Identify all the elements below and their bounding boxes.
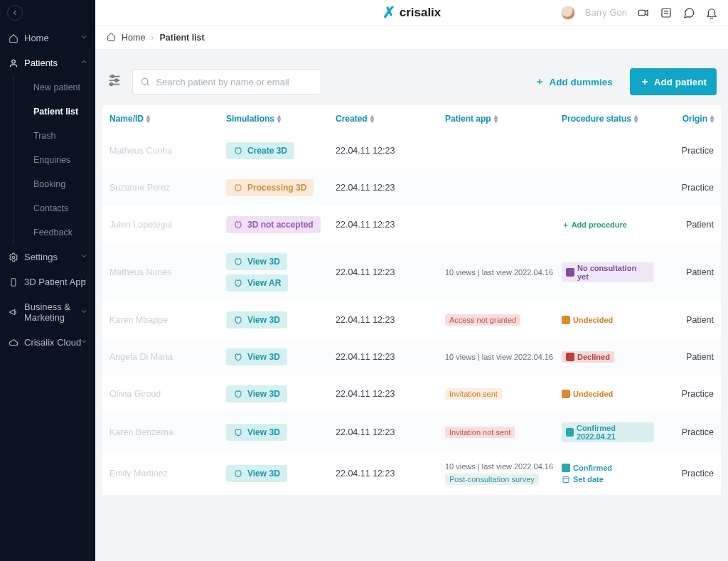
- nav-3d-app-label: 3D Patient App: [24, 277, 86, 287]
- svg-point-1: [12, 256, 15, 259]
- app-cell: 10 views | last view 2022.04.16: [445, 353, 559, 361]
- svg-point-13: [141, 78, 147, 84]
- table-row[interactable]: Suzanne PerezProcessing 3D22.04.11 12:23…: [102, 169, 721, 206]
- nav-business[interactable]: Business & Marketing: [0, 294, 95, 330]
- sim-pill[interactable]: View 3D: [226, 385, 287, 402]
- table-row[interactable]: Karen MbappeView 3D22.04.11 12:23Access …: [102, 301, 721, 338]
- sort-icon: ▴▾: [634, 114, 638, 123]
- sim-pill[interactable]: View 3D: [226, 424, 287, 441]
- nav-cloud[interactable]: Crisalix Cloud: [0, 330, 95, 355]
- home-icon: [9, 33, 18, 43]
- patient-name[interactable]: Matheus Nunes: [109, 267, 223, 277]
- patient-name[interactable]: Olivia Giroud: [109, 389, 223, 399]
- nav-patients-label: Patients: [24, 58, 58, 68]
- filter-button[interactable]: [107, 73, 122, 91]
- col-name[interactable]: Name/ID▴▾: [109, 114, 223, 124]
- nav-settings-label: Settings: [24, 252, 58, 262]
- patient-name[interactable]: Emily Martinez: [109, 469, 223, 479]
- patient-name[interactable]: Julen Lopetegui: [109, 220, 223, 230]
- home-icon: [107, 32, 116, 43]
- news-icon[interactable]: [660, 6, 673, 19]
- plus-icon: ＋: [640, 75, 650, 88]
- table-header: Name/ID▴▾ Simulations▴▾ Created▴▾ Patien…: [102, 105, 721, 132]
- add-patient-button[interactable]: ＋ Add patient: [630, 68, 717, 95]
- sim-pill[interactable]: View 3D: [226, 311, 287, 328]
- sim-pill[interactable]: View 3D: [226, 253, 287, 270]
- table-row[interactable]: Matheus NunesView 3DView AR22.04.11 12:2…: [102, 243, 721, 301]
- sub-booking[interactable]: Booking: [29, 172, 95, 196]
- chat-icon[interactable]: [682, 6, 695, 19]
- sub-enquiries[interactable]: Enquiries: [29, 148, 95, 172]
- table-row[interactable]: Karen BenzemaView 3D22.04.11 12:23Invita…: [102, 412, 721, 452]
- col-patient-app[interactable]: Patient app▴▾: [445, 114, 559, 124]
- user-name[interactable]: Barry Gon: [585, 7, 627, 18]
- add-dummies-label: Add dummies: [549, 77, 612, 87]
- set-date-link[interactable]: Set date: [562, 475, 604, 483]
- sort-icon: ▴▾: [277, 114, 281, 123]
- created-cell: 22.04.11 12:23: [336, 220, 442, 230]
- origin-cell: Practice: [657, 469, 714, 479]
- sim-cell: 3D not accepted: [226, 216, 333, 233]
- table-row[interactable]: Olivia GiroudView 3D22.04.11 12:23Invita…: [102, 375, 721, 412]
- sub-contacts[interactable]: Contacts: [29, 196, 95, 220]
- views-text: 10 views | last view 2022.04.16: [445, 268, 553, 277]
- patient-name[interactable]: Karen Benzema: [109, 427, 223, 437]
- search-box[interactable]: [132, 69, 321, 95]
- patient-name[interactable]: Suzanne Perez: [109, 183, 223, 193]
- nav-3d-app[interactable]: 3D Patient App: [0, 269, 95, 294]
- nav-cloud-label: Crisalix Cloud: [24, 337, 81, 348]
- svg-rect-3: [638, 10, 645, 16]
- patient-name[interactable]: Karen Mbappe: [109, 315, 223, 325]
- patient-name[interactable]: Angela Di Maria: [109, 352, 223, 362]
- sub-new-patient[interactable]: New patient: [29, 75, 95, 100]
- cloud-icon: [9, 338, 18, 348]
- table-row[interactable]: Angela Di MariaView 3D22.04.11 12:2310 v…: [102, 338, 721, 375]
- nav-home[interactable]: Home: [0, 26, 95, 50]
- sim-pill[interactable]: View 3D: [226, 465, 287, 482]
- sort-icon: ▴▾: [370, 114, 374, 123]
- sim-pill[interactable]: Create 3D: [226, 142, 294, 159]
- sim-pill[interactable]: 3D not accepted: [226, 216, 321, 233]
- status: Confirmed 2022.04.21: [562, 422, 654, 442]
- sim-pill[interactable]: View AR: [226, 274, 288, 292]
- sim-pill[interactable]: Processing 3D: [226, 179, 314, 196]
- col-simulations[interactable]: Simulations▴▾: [226, 114, 333, 124]
- sub-feedback[interactable]: Feedback: [29, 220, 95, 245]
- chevron-right-icon: ›: [151, 33, 154, 43]
- breadcrumb: Home › Patient list: [95, 26, 728, 50]
- header: ✗ crisalix Barry Gon: [95, 0, 728, 26]
- svg-rect-4: [662, 9, 670, 17]
- views-text: 10 views | last view 2022.04.16: [445, 462, 553, 471]
- svg-point-0: [12, 60, 16, 63]
- sim-pill[interactable]: View 3D: [226, 348, 287, 365]
- table-row[interactable]: Emily MartinezView 3D22.04.11 12:2310 vi…: [102, 452, 721, 495]
- avatar[interactable]: [561, 6, 575, 20]
- svg-rect-2: [11, 278, 16, 286]
- svg-rect-15: [563, 477, 569, 483]
- sub-trash[interactable]: Trash: [29, 124, 95, 148]
- app-cell: 10 views | last view 2022.04.16Post-cons…: [445, 462, 559, 485]
- nav-settings[interactable]: Settings: [0, 245, 95, 269]
- created-cell: 22.04.11 12:23: [336, 427, 442, 437]
- sub-patient-list[interactable]: Patient list: [29, 100, 95, 124]
- col-procedure-status[interactable]: Procedure status▴▾: [562, 114, 654, 124]
- app-cell: 10 views | last view 2022.04.16: [445, 268, 559, 277]
- sidebar: Home Patients New patient Patient list T…: [0, 0, 95, 561]
- nav-patients[interactable]: Patients: [0, 50, 95, 75]
- add-dummies-button[interactable]: ＋ Add dummies: [528, 70, 619, 94]
- table-row[interactable]: Matheus CunhaCreate 3D22.04.11 12:23Prac…: [102, 132, 721, 169]
- add-procedure-link[interactable]: ＋ Add procedure: [562, 220, 627, 230]
- col-created[interactable]: Created▴▾: [336, 114, 442, 124]
- created-cell: 22.04.11 12:23: [336, 183, 442, 193]
- bell-icon[interactable]: [705, 6, 718, 19]
- status-cell: Declined: [562, 351, 654, 363]
- breadcrumb-home[interactable]: Home: [122, 33, 145, 43]
- search-input[interactable]: [156, 77, 314, 87]
- nav-home-label: Home: [24, 33, 49, 43]
- patient-name[interactable]: Matheus Cunha: [109, 146, 223, 156]
- table-row[interactable]: Julen Lopetegui3D not accepted22.04.11 1…: [102, 206, 721, 243]
- col-origin[interactable]: Origin▴▾: [657, 114, 714, 124]
- video-icon[interactable]: [637, 6, 650, 19]
- back-button[interactable]: [7, 5, 23, 21]
- sim-cell: Create 3D: [226, 142, 333, 159]
